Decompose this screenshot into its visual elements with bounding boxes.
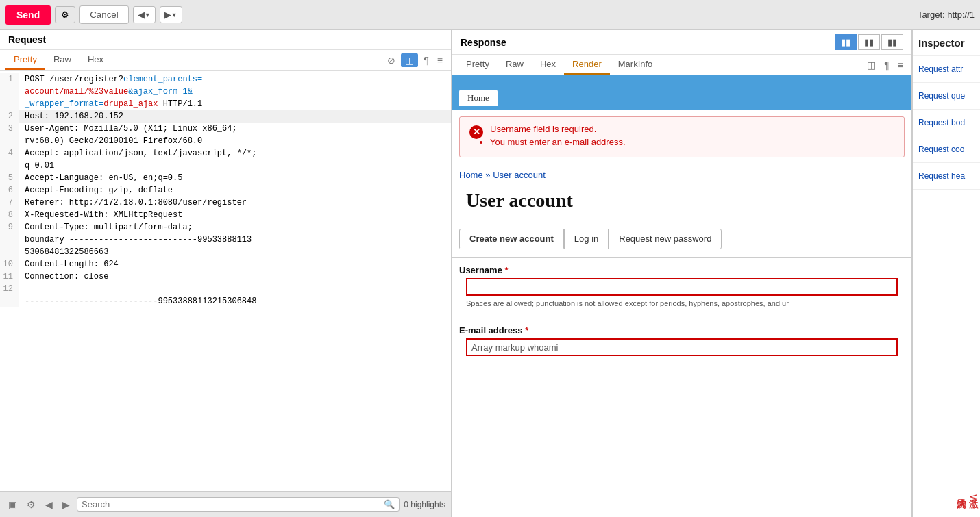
line-number <box>0 98 19 110</box>
line-content: ---------------------------9953388811321… <box>19 295 256 307</box>
line-number: 6 <box>0 184 19 197</box>
cancel-button[interactable]: Cancel <box>79 5 129 24</box>
view-btn-2[interactable]: ▮▮ <box>858 34 880 50</box>
view-btn-3[interactable]: ▮▮ <box>881 34 903 50</box>
resp-tab-render[interactable]: Render <box>564 55 610 75</box>
username-label: Username * <box>459 265 905 275</box>
code-line: 8 X-Requested-With: XMLHttpRequest <box>0 209 451 221</box>
code-line: 1 POST /user/register?element_parents= <box>0 73 451 86</box>
back-btn[interactable]: ▣ <box>5 498 20 512</box>
settings-icon-btn[interactable]: ⚙ <box>24 498 38 512</box>
code-line: 5 Accept-Language: en-US, en;q=0.5 <box>0 172 451 184</box>
breadcrumb-sep: » <box>483 170 493 180</box>
chevron-left-icon: ◀ <box>138 10 145 20</box>
rendered-page: Home ✕ Username field is required. You m… <box>452 75 911 363</box>
request-title: Request <box>0 30 451 50</box>
tab-pretty[interactable]: Pretty <box>5 50 45 70</box>
line-number: 1 <box>0 73 19 86</box>
line-content: rv:68.0) Gecko/20100101 Firefox/68.0 <box>19 135 202 147</box>
line-number: 5 <box>0 172 19 184</box>
inspector-item-4[interactable]: Request hea <box>913 163 980 190</box>
username-field-section: Username * Spaces are allowed; punctuati… <box>452 258 911 318</box>
acc-tab-login[interactable]: Log in <box>564 229 609 249</box>
line-content: Host: 192.168.20.152 <box>19 110 123 123</box>
inspector-item-3[interactable]: Request coo <box>913 136 980 163</box>
inspector-item-0[interactable]: Request attr <box>913 56 980 83</box>
request-tabs-bar: Pretty Raw Hex ⊘ ◫ ¶ ≡ <box>0 50 451 71</box>
toolbar: Send ⚙ Cancel ◀ ▼ ▶ ▼ Target: http://1 <box>0 0 980 30</box>
tab-raw[interactable]: Raw <box>45 50 79 70</box>
line-number: 4 <box>0 147 19 160</box>
arrow-right-btn[interactable]: ▶ <box>60 498 73 512</box>
breadcrumb-current: User account <box>493 170 546 180</box>
line-number <box>0 160 19 172</box>
no-wrap-icon[interactable]: ⊘ <box>384 53 398 67</box>
email-required-star: * <box>525 325 528 336</box>
line-content: X-Requested-With: XMLHttpRequest <box>19 209 182 221</box>
email-input[interactable] <box>466 338 898 356</box>
view-buttons: ▮▮ ▮▮ ▮▮ <box>835 34 903 50</box>
inspector-item-1[interactable]: Request que <box>913 83 980 110</box>
home-tab[interactable]: Home <box>459 90 498 106</box>
line-number <box>0 234 19 246</box>
line-number: 12 <box>0 283 19 295</box>
code-line: 7 Referer: http://172.18.0.1:8080/user/r… <box>0 197 451 209</box>
nav-back-button[interactable]: ◀ ▼ <box>133 6 156 23</box>
resp-icon-1[interactable]: ◫ <box>864 58 879 72</box>
search-input-wrap[interactable]: 🔍 <box>77 497 400 512</box>
line-number: 10 <box>0 258 19 270</box>
code-line: 3 User-Agent: Mozilla/5.0 (X11; Linux x8… <box>0 123 451 135</box>
response-content: Home ✕ Username field is required. You m… <box>452 75 911 517</box>
code-line: _wrapper_format=drupal_ajax HTTP/1.1 <box>0 98 451 110</box>
chevron-right-icon: ▶ <box>164 10 171 20</box>
resp-tab-pretty[interactable]: Pretty <box>458 55 498 75</box>
line-number: 9 <box>0 221 19 234</box>
line-count-icon[interactable]: ¶ <box>421 53 432 67</box>
response-tabs-bar: Pretty Raw Hex Render MarkInfo ◫ ¶ ≡ <box>452 55 911 75</box>
line-number: 7 <box>0 197 19 209</box>
watermark: 激活 W转为沈果 <box>955 492 980 503</box>
line-number: 8 <box>0 209 19 221</box>
resp-tab-hex[interactable]: Hex <box>532 55 564 75</box>
line-number <box>0 86 19 98</box>
line-content: Connection: close <box>19 270 108 283</box>
resp-menu-icon[interactable]: ≡ <box>895 58 906 72</box>
view-btn-1[interactable]: ▮▮ <box>835 34 857 50</box>
page-blue-header: Home <box>452 75 911 110</box>
acc-tab-create[interactable]: Create new account <box>459 229 564 249</box>
arrow-left-btn[interactable]: ◀ <box>42 498 56 512</box>
settings-button[interactable]: ⚙ <box>55 6 75 23</box>
menu-icon[interactable]: ≡ <box>434 53 445 67</box>
inspector-panel: Inspector Request attr Request que Reque… <box>911 30 980 517</box>
code-line: 10 Content-Length: 624 <box>0 258 451 270</box>
error-message-1: Username field is required. <box>490 124 894 134</box>
search-input[interactable] <box>82 499 384 509</box>
code-line: 12 <box>0 283 451 295</box>
code-line: 4 Accept: application/json, text/javascr… <box>0 147 451 160</box>
line-content: account/mail/%23value&ajax_form=1& <box>19 86 193 98</box>
code-line: 11 Connection: close <box>0 270 451 283</box>
resp-tab-raw[interactable]: Raw <box>498 55 532 75</box>
tabs-icons: ⊘ ◫ ¶ ≡ <box>384 53 445 67</box>
search-icon: 🔍 <box>384 499 395 509</box>
username-input[interactable] <box>466 278 898 296</box>
code-line: 2 Host: 192.168.20.152 <box>0 110 451 123</box>
send-button[interactable]: Send <box>5 5 51 25</box>
response-header-row: Response ▮▮ ▮▮ ▮▮ <box>452 30 911 55</box>
tab-hex[interactable]: Hex <box>79 50 112 70</box>
error-messages: Username field is required. You must ent… <box>490 124 894 147</box>
inspector-item-2[interactable]: Request bod <box>913 110 980 136</box>
code-line: 9 Content-Type: multipart/form-data; <box>0 221 451 234</box>
request-panel: Request Pretty Raw Hex ⊘ ◫ ¶ ≡ 1 POST /u… <box>0 30 452 517</box>
line-content: Referer: http://172.18.0.1:8080/user/reg… <box>19 197 247 209</box>
nav-forward-button[interactable]: ▶ ▼ <box>160 6 182 23</box>
inspector-title: Inspector <box>913 30 980 56</box>
breadcrumb-home-link[interactable]: Home <box>459 170 483 180</box>
wrap-icon[interactable]: ◫ <box>401 53 418 67</box>
acc-tab-password[interactable]: Request new password <box>609 229 722 249</box>
line-content: boundary=--------------------------99533… <box>19 234 252 246</box>
response-title: Response <box>461 37 506 48</box>
username-hint: Spaces are allowed; punctuation is not a… <box>466 299 898 309</box>
resp-icon-2[interactable]: ¶ <box>881 58 892 72</box>
resp-tab-markinfo[interactable]: MarkInfo <box>610 55 661 75</box>
